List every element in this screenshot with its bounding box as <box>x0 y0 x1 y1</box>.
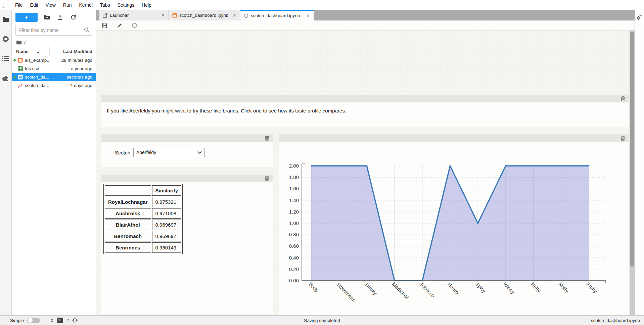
tab-label: scotch_dashboard.ipynb <box>251 13 300 18</box>
table-row[interactable]: Benrinnes 0.960149 <box>105 242 181 253</box>
tab-scotch-dashboard-2[interactable]: scotch_dashboard.ipynb × <box>240 10 314 20</box>
table-row[interactable]: Benromach 0.969697 <box>105 231 181 241</box>
similarity-value: 0.975321 <box>152 197 182 207</box>
svg-text:Spicy: Spicy <box>474 281 487 294</box>
launcher-icon <box>103 13 107 18</box>
scotch-label: Scotch <box>101 150 130 155</box>
new-folder-icon[interactable] <box>43 13 51 21</box>
svg-text:0.80: 0.80 <box>289 232 299 237</box>
svg-text:1.60: 1.60 <box>289 186 299 191</box>
scotch-dropdown[interactable]: Aberfeldy <box>133 148 205 157</box>
similarity-value: 0.960149 <box>152 242 182 253</box>
close-icon[interactable]: × <box>305 13 311 19</box>
jupyter-logo-icon <box>0 1 11 9</box>
brand-name[interactable]: BlairAthol <box>105 220 151 230</box>
folder-icon[interactable] <box>2 15 10 24</box>
file-row-iris-csv[interactable]: Iris.csv a year ago <box>12 64 96 73</box>
svg-text:1.40: 1.40 <box>289 197 299 203</box>
table-of-contents-icon[interactable] <box>2 54 10 62</box>
tab-label: scotch_dashboard.ipynb <box>179 13 228 18</box>
notebook-toolbar <box>96 20 635 31</box>
trash-icon[interactable] <box>264 175 270 181</box>
close-icon[interactable]: × <box>160 12 166 18</box>
table-row[interactable]: Auchroisk 0.971008 <box>105 208 181 219</box>
trash-icon[interactable] <box>620 96 626 102</box>
menu-kernel[interactable]: Kernel <box>75 0 96 10</box>
svg-text:Nutty: Nutty <box>530 281 542 293</box>
file-row-scotch-notebook[interactable]: scotch_da... seconds ago <box>12 73 96 81</box>
brand-name[interactable]: Benrinnes <box>105 242 151 253</box>
save-icon[interactable] <box>101 22 108 29</box>
menu-view[interactable]: View <box>42 0 59 10</box>
trash-icon[interactable] <box>264 135 270 141</box>
file-name: Iris.csv <box>25 66 71 71</box>
kernel-status-icon[interactable] <box>131 22 138 29</box>
svg-text:PDF: PDF <box>17 83 23 88</box>
brand-name[interactable]: Benromach <box>105 231 151 241</box>
csv-icon <box>17 66 24 71</box>
filter-files-input[interactable] <box>15 25 92 36</box>
menu-tabs[interactable]: Tabs <box>96 0 114 10</box>
brand-name[interactable]: RoyalLochnagar <box>105 197 151 207</box>
file-modified: 4 days ago <box>70 83 96 88</box>
tab-bar: Launcher × scotch_dashboard.ipynb × scot… <box>96 10 635 20</box>
similarity-value: 0.969697 <box>152 231 182 241</box>
filter-files-wrap <box>15 25 92 36</box>
cell-header[interactable] <box>101 134 273 142</box>
file-name: iris_examp... <box>25 58 61 63</box>
right-sidebar-strip <box>635 10 644 315</box>
status-bar: Simple 0 $_ 2 Saving completed scotch_da… <box>0 315 644 325</box>
cell-header[interactable] <box>101 95 629 102</box>
svg-text:Honey: Honey <box>447 281 461 295</box>
file-browser-toolbar: + <box>12 10 96 24</box>
column-header-last-modified[interactable]: Last Modified <box>50 49 96 54</box>
similarity-value: 0.969697 <box>152 220 182 230</box>
trash-icon[interactable] <box>620 135 626 141</box>
menu-settings[interactable]: Settings <box>114 0 138 10</box>
column-header-name[interactable]: Name ▲ <box>12 47 50 56</box>
extensions-puzzle-icon[interactable] <box>2 74 10 82</box>
menu-edit[interactable]: Edit <box>27 0 42 10</box>
tab-label: Launcher <box>110 13 129 18</box>
file-browser-panel: + / Name ▲ Last Modifi <box>12 10 96 315</box>
cell-header[interactable] <box>101 175 273 182</box>
similarity-table: Similarity RoyalLochnagar 0.975321 Auchr… <box>103 184 183 254</box>
pdf-icon: PDF <box>17 83 24 88</box>
markdown-cell: If you like Aberfeldy you might want to … <box>101 95 629 127</box>
svg-text:0.20: 0.20 <box>289 266 299 272</box>
main-dock-panel: Launcher × scotch_dashboard.ipynb × scot… <box>96 10 635 315</box>
menu-run[interactable]: Run <box>59 0 76 10</box>
svg-text:0.00: 0.00 <box>289 278 299 283</box>
table-row[interactable]: BlairAthol 0.969697 <box>105 220 181 230</box>
scrollbar-thumb[interactable] <box>630 32 634 267</box>
file-row-scotch-pdf[interactable]: PDF scotch_da... 4 days ago <box>12 81 96 90</box>
close-icon[interactable]: × <box>232 12 237 18</box>
svg-text:Medicinal: Medicinal <box>391 281 410 300</box>
menu-help[interactable]: Help <box>138 0 155 10</box>
file-name: scotch_da... <box>25 83 70 88</box>
breadcrumb[interactable]: / <box>12 38 96 47</box>
edit-pencil-icon[interactable] <box>116 22 123 29</box>
menu-file[interactable]: File <box>11 0 27 10</box>
tab-scotch-dashboard-1[interactable]: scotch_dashboard.ipynb × <box>169 10 240 20</box>
brand-name[interactable]: Auchroisk <box>105 208 151 219</box>
cell-header[interactable] <box>279 134 629 142</box>
notebook-icon <box>17 75 24 80</box>
property-inspector-gears-icon[interactable] <box>636 13 643 315</box>
vertical-scrollbar[interactable] <box>630 31 635 315</box>
svg-text:1.20: 1.20 <box>289 209 299 215</box>
new-launcher-button[interactable]: + <box>15 13 38 22</box>
table-row[interactable]: RoyalLochnagar 0.975321 <box>105 197 181 207</box>
upload-icon[interactable] <box>56 13 64 21</box>
search-icon <box>84 27 90 33</box>
dashboard-content: If you like Aberfeldy you might want to … <box>96 31 635 315</box>
breadcrumb-root[interactable]: / <box>24 40 26 45</box>
file-modified: a year ago <box>71 66 96 71</box>
activity-bar <box>0 10 12 315</box>
notebook-icon <box>172 13 177 18</box>
refresh-icon[interactable] <box>70 13 77 21</box>
svg-text:Winey: Winey <box>502 281 516 295</box>
tab-launcher[interactable]: Launcher × <box>99 10 169 20</box>
running-sessions-icon[interactable] <box>2 35 10 43</box>
file-row-iris-example[interactable]: iris_examp... 28 minutes ago <box>12 56 96 64</box>
